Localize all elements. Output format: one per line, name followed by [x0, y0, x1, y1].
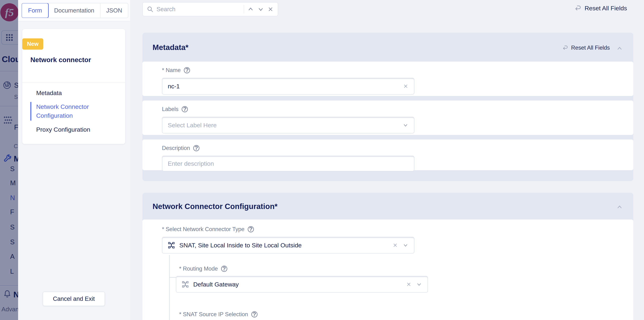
help-icon[interactable]: ? [193, 145, 200, 151]
search-icon [147, 6, 154, 13]
connector-type-value: SNAT, Site Local Inside to Site Local Ou… [179, 242, 388, 249]
routing-mode-value: Default Gateway [193, 281, 402, 288]
app-window: f5 S Clou S S [0, 0, 644, 320]
routing-mode-label-row: * Routing Mode ? [179, 265, 227, 272]
object-title: Network connector [30, 56, 91, 64]
nesting-branch-line [169, 277, 176, 278]
description-field-row: Description ? [142, 139, 633, 170]
labels-select-placeholder: Select Label Here [168, 122, 398, 129]
connector-type-label-row: * Select Network Connector Type ? [162, 226, 633, 232]
tab-json[interactable]: JSON [100, 3, 128, 18]
nesting-connector-line [169, 255, 170, 320]
labels-field-row: Labels ? Select Label Here [142, 101, 633, 135]
snat-source-ip-label: * SNAT Source IP Selection [179, 311, 248, 318]
network-connector-icon [182, 281, 189, 288]
reset-all-fields-label: Reset All Fields [585, 5, 627, 12]
network-connector-icon [168, 242, 175, 249]
help-icon[interactable]: ? [184, 67, 190, 73]
divider [22, 82, 125, 83]
help-icon[interactable]: ? [221, 266, 227, 272]
collapse-chevron-icon[interactable] [616, 204, 623, 211]
description-input-box [162, 156, 414, 171]
tab-form[interactable]: Form [21, 3, 49, 18]
reset-all-fields-button[interactable]: Reset All Fields [574, 4, 627, 12]
form-nav-card: New Network connector Metadata Network C… [22, 29, 125, 144]
cancel-and-exit-button[interactable]: Cancel and Exit [43, 291, 105, 306]
name-input-box [162, 78, 414, 95]
connector-type-label: * Select Network Connector Type [162, 226, 244, 232]
connector-type-select[interactable]: SNAT, Site Local Inside to Site Local Ou… [162, 237, 414, 253]
form-slideout-panel: Form Documentation JSON New Network conn… [18, 0, 130, 320]
search-clear-icon[interactable] [267, 6, 274, 13]
metadata-reset-fields-button[interactable]: Reset All Fields [562, 45, 610, 51]
description-field-label: Description [162, 145, 190, 151]
labels-select[interactable]: Select Label Here [162, 117, 414, 133]
search-next-icon[interactable] [257, 6, 264, 13]
form-main-area: Reset All Fields Metadata* Reset All Fie… [130, 0, 644, 320]
chevron-down-icon[interactable] [402, 122, 408, 128]
search-input[interactable] [156, 6, 241, 13]
metadata-section-title: Metadata* [152, 43, 188, 52]
panel-tabs-bar: Form Documentation JSON [18, 0, 130, 21]
description-field-label-row: Description ? [162, 145, 633, 151]
help-icon[interactable]: ? [251, 311, 258, 317]
clear-icon[interactable] [392, 242, 398, 248]
name-field-label-row: * Name ? [162, 67, 633, 74]
new-badge: New [22, 38, 43, 50]
help-icon[interactable]: ? [182, 106, 188, 112]
collapse-chevron-icon[interactable] [616, 45, 623, 52]
clear-icon[interactable] [403, 83, 408, 89]
search-prev-icon[interactable] [247, 6, 254, 13]
form-section-nav: Metadata Network Connector Configuration… [22, 87, 125, 136]
undo-icon [574, 4, 582, 12]
nav-item-network-connector-configuration[interactable]: Network Connector Configuration [30, 102, 108, 121]
chevron-down-icon[interactable] [402, 242, 408, 248]
ncc-section-card: Network Connector Configuration* * Selec… [142, 193, 633, 320]
undo-icon [562, 45, 568, 51]
help-icon[interactable]: ? [248, 226, 254, 232]
ncc-fields-row: * Select Network Connector Type ? SNAT, … [142, 219, 633, 320]
view-mode-tabs: Form Documentation JSON [21, 3, 128, 18]
name-field-label: * Name [162, 67, 180, 74]
name-field-row: * Name ? [142, 62, 633, 96]
labels-field-label: Labels [162, 106, 178, 112]
labels-field-label-row: Labels ? [162, 106, 633, 112]
nav-item-proxy-configuration[interactable]: Proxy Configuration [22, 124, 125, 136]
routing-mode-label: * Routing Mode [179, 265, 218, 272]
snat-source-ip-label-row: * SNAT Source IP Selection ? [179, 311, 258, 318]
name-input[interactable] [168, 83, 398, 90]
metadata-reset-fields-label: Reset All Fields [571, 45, 610, 51]
tab-documentation[interactable]: Documentation [48, 3, 100, 18]
clear-icon[interactable] [406, 281, 412, 287]
ncc-section-title: Network Connector Configuration* [152, 202, 278, 211]
chevron-down-icon[interactable] [416, 281, 422, 287]
routing-mode-select[interactable]: Default Gateway [176, 276, 428, 293]
form-search-bar [142, 2, 278, 16]
divider [244, 5, 244, 14]
metadata-section-card: Metadata* Reset All Fields * Name ? [142, 33, 633, 181]
description-input[interactable] [168, 160, 408, 167]
nav-item-metadata[interactable]: Metadata [22, 87, 125, 99]
